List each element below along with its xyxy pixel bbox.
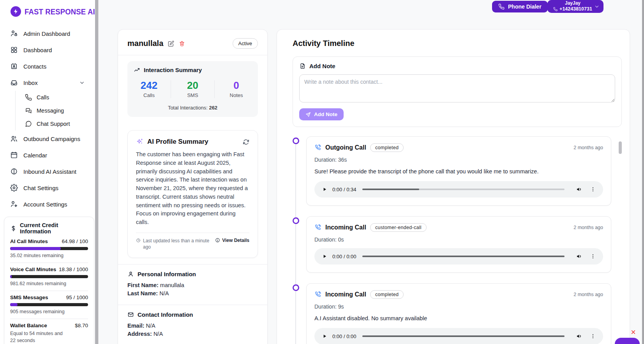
inbox-submenu: Calls Messaging Chat Support: [15, 91, 95, 131]
divider: [10, 291, 88, 291]
sidebar-item-inbound-ai-assistant[interactable]: Inbound AI Assistant: [0, 163, 95, 180]
delete-contact-icon[interactable]: [179, 41, 185, 47]
sidebar-item-dashboard[interactable]: Dashboard: [0, 42, 95, 58]
note-input[interactable]: [299, 74, 615, 102]
credit-row-ai-call-minutes: AI Call Minutes 64.98 / 100 35.02 minute…: [10, 238, 88, 258]
kebab-menu-icon[interactable]: [590, 187, 596, 192]
play-button[interactable]: [322, 254, 327, 259]
timeline-item-incoming-call: Incoming Call completed 2 months ago Dur…: [293, 283, 611, 344]
timeline-scrollbar[interactable]: [619, 141, 622, 154]
call-status-badge: customer-ended-call: [370, 223, 427, 232]
call-summary: A.I Assistant disabled. No summary avail…: [314, 314, 603, 323]
add-note-title: Add Note: [309, 63, 335, 69]
calls-label: Calls: [127, 92, 171, 98]
call-status-badge: completed: [370, 290, 404, 299]
info-icon: [215, 238, 220, 243]
brand-name: FAST RESPONSE AI: [25, 7, 95, 16]
divider: [118, 55, 267, 55]
calendar-icon: [10, 151, 18, 159]
timeline-marker: [293, 138, 299, 144]
refresh-icon[interactable]: [243, 139, 249, 145]
credit-remaining: 981.62 minutes remaining: [10, 281, 88, 286]
sidebar-nav: Admin Dashboard Dashboard Contacts Inbox: [0, 25, 95, 212]
send-icon: [305, 112, 311, 117]
kebab-menu-icon[interactable]: [590, 254, 596, 259]
sidebar-scrollbar[interactable]: [95, 0, 99, 344]
envelope-icon: [127, 311, 134, 318]
personal-info-title: Personal Information: [138, 271, 196, 277]
sidebar-item-calendar[interactable]: Calendar: [0, 147, 95, 163]
phone-dialer-button[interactable]: Phone Dialer: [492, 1, 548, 12]
audio-time: 0:00 / 0:00: [332, 333, 356, 339]
edit-contact-icon[interactable]: [168, 41, 174, 47]
contact-details-card: manullala Active Interaction Summary 242…: [118, 29, 268, 344]
notes-count: 0: [215, 80, 258, 90]
credit-value: 18.38 / 1000: [59, 266, 88, 272]
total-interactions: Total Interactions: 262: [127, 105, 258, 111]
chevron-down-icon: [594, 4, 600, 9]
interaction-summary-title: Interaction Summary: [144, 67, 202, 73]
sidebar-item-messaging[interactable]: Messaging: [16, 104, 95, 117]
volume-icon[interactable]: [576, 186, 582, 192]
sidebar-item-chat-support[interactable]: Chat Support: [16, 117, 95, 131]
divider: [118, 305, 267, 305]
address-value: N/A: [154, 331, 163, 337]
view-details-link[interactable]: View Details: [215, 238, 249, 243]
sidebar-item-admin-dashboard[interactable]: Admin Dashboard: [0, 25, 95, 42]
phone-call-icon: [314, 291, 321, 298]
email-field: Email: N/A: [127, 322, 258, 330]
call-timestamp: 2 months ago: [573, 145, 603, 150]
sidebar-item-label: Chat Settings: [23, 185, 58, 191]
audio-seek-bar[interactable]: [362, 256, 565, 257]
call-status-badge: completed: [370, 143, 404, 152]
last-name-value: N/A: [159, 290, 169, 296]
clock-icon: [136, 238, 141, 250]
ai-profile-summary-card: AI Profile Summary The customer has been…: [127, 130, 258, 258]
sidebar-item-label: Dashboard: [23, 47, 52, 53]
sidebar-item-inbox[interactable]: Inbox: [0, 74, 95, 91]
timeline-marker: [293, 284, 299, 291]
add-note-button[interactable]: Add Note: [299, 108, 344, 120]
account-name: JayJay: [565, 1, 580, 6]
play-button[interactable]: [322, 333, 327, 339]
personal-information-section: Personal Information First Name: manulla…: [127, 271, 258, 298]
sidebar-item-label: Inbox: [23, 79, 38, 86]
timeline-list: Outgoing Call completed 2 months ago Dur…: [293, 136, 611, 344]
sidebar-item-contacts[interactable]: Contacts: [0, 58, 95, 74]
chat-widget-button[interactable]: [615, 338, 640, 344]
brand-logo[interactable]: FAST RESPONSE AI: [0, 0, 95, 17]
sms-label: SMS: [171, 92, 214, 98]
grid-icon: [10, 46, 18, 54]
audio-seek-bar[interactable]: [362, 335, 565, 337]
credit-label: AI Call Minutes: [10, 238, 48, 244]
credit-value: 64.98 / 100: [62, 238, 88, 244]
divider: [10, 263, 88, 263]
account-dropdown[interactable]: JayJay +14243810731: [547, 0, 603, 13]
timeline-item-incoming-call: Incoming Call customer-ended-call 2 mont…: [293, 216, 611, 273]
sidebar-item-chat-settings[interactable]: Chat Settings: [0, 180, 95, 196]
audio-progress: [362, 335, 565, 337]
audio-player: 0:00 / 0:34: [314, 181, 603, 198]
volume-icon[interactable]: [576, 333, 582, 339]
audio-seek-bar[interactable]: [362, 189, 565, 190]
sidebar-item-label: Account Settings: [23, 201, 67, 208]
sidebar-item-outbound-campaigns[interactable]: Outbound Campaigns: [0, 131, 95, 147]
sidebar-item-label: Messaging: [37, 108, 64, 114]
kebab-menu-icon[interactable]: [590, 333, 596, 339]
page-scrollbar[interactable]: [642, 0, 644, 344]
credit-row-sms-messages: SMS Messages 95 / 1000 905 messages rema…: [10, 295, 88, 314]
chat-widget-close-icon[interactable]: [631, 330, 636, 335]
volume-icon[interactable]: [576, 253, 582, 259]
play-button[interactable]: [322, 187, 327, 192]
credit-label: Voice Call Minutes: [10, 266, 56, 272]
audio-player: 0:00 / 0:00: [314, 328, 603, 344]
chat-bubble-icon: [25, 120, 32, 127]
stat-sms: 20 SMS: [171, 80, 214, 98]
sidebar-item-calls[interactable]: Calls: [16, 91, 95, 104]
wallet-label: Wallet Balance: [10, 323, 47, 328]
sparkles-icon: [136, 138, 144, 146]
credit-remaining: 35.02 minutes remaining: [10, 253, 88, 258]
user-gear-icon: [10, 200, 18, 208]
credit-label: SMS Messages: [10, 295, 48, 300]
sidebar-item-account-settings[interactable]: Account Settings: [0, 196, 95, 212]
